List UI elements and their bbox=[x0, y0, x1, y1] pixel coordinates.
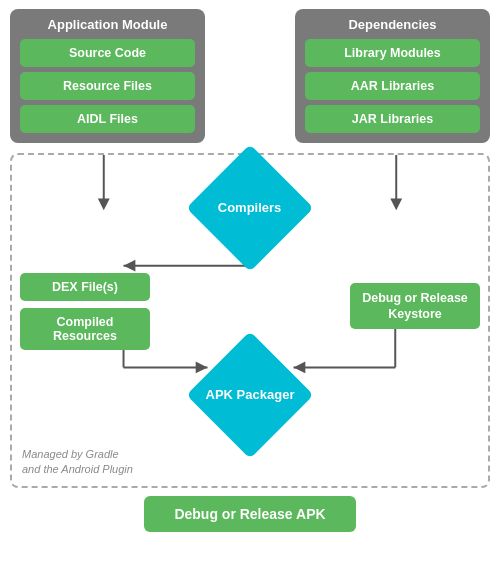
final-apk-item: Debug or Release APK bbox=[144, 496, 355, 532]
compilers-diamond-wrapper: Compilers bbox=[205, 163, 295, 253]
svg-marker-3 bbox=[390, 198, 402, 210]
resource-files-item: Resource Files bbox=[20, 72, 195, 100]
compilers-diamond: Compilers bbox=[186, 144, 313, 271]
top-section: Application Module Source Code Resource … bbox=[10, 9, 490, 143]
diagram: Application Module Source Code Resource … bbox=[10, 9, 490, 554]
svg-marker-13 bbox=[293, 361, 305, 373]
app-module-box: Application Module Source Code Resource … bbox=[10, 9, 205, 143]
gradle-line1: Managed by Gradle bbox=[22, 448, 119, 460]
gradle-note: Managed by Gradle and the Android Plugin bbox=[22, 447, 133, 478]
gradle-line2: and the Android Plugin bbox=[22, 463, 133, 475]
aar-libraries-item: AAR Libraries bbox=[305, 72, 480, 100]
dependencies-title: Dependencies bbox=[305, 17, 480, 32]
apk-packager-label: APK Packager bbox=[206, 386, 295, 403]
compiled-resources-item: Compiled Resources bbox=[20, 308, 150, 350]
final-output-wrapper: Debug or Release APK bbox=[10, 496, 490, 532]
dex-files-wrapper: DEX File(s) bbox=[20, 273, 150, 301]
gradle-managed-box: Compilers DEX File(s) Compiled Resources… bbox=[10, 153, 490, 488]
dex-files-item: DEX File(s) bbox=[20, 273, 150, 301]
keystore-wrapper: Debug or Release Keystore bbox=[350, 283, 480, 330]
source-code-item: Source Code bbox=[20, 39, 195, 67]
apk-packager-diamond-wrapper: APK Packager bbox=[205, 350, 295, 440]
svg-marker-6 bbox=[124, 259, 136, 271]
keystore-item: Debug or Release Keystore bbox=[350, 283, 480, 330]
apk-packager-diamond: APK Packager bbox=[186, 331, 313, 458]
jar-libraries-item: JAR Libraries bbox=[305, 105, 480, 133]
app-module-title: Application Module bbox=[20, 17, 195, 32]
dependencies-box: Dependencies Library Modules AAR Librari… bbox=[295, 9, 490, 143]
svg-marker-1 bbox=[98, 198, 110, 210]
aidl-files-item: AIDL Files bbox=[20, 105, 195, 133]
library-modules-item: Library Modules bbox=[305, 39, 480, 67]
compiled-resources-wrapper: Compiled Resources bbox=[20, 308, 150, 350]
compilers-label: Compilers bbox=[218, 199, 282, 216]
